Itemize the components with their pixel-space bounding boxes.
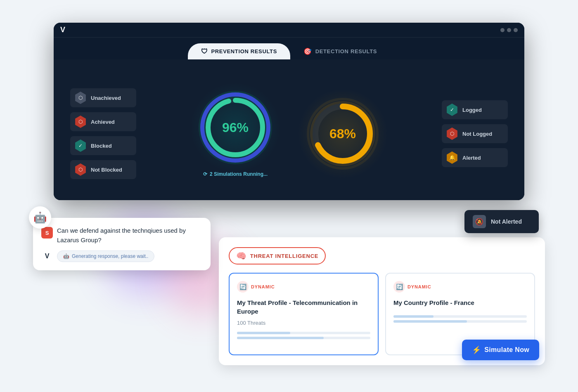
- simulate-now-label: Simulate Now: [484, 346, 529, 354]
- prevention-legend: ⬡ Unachieved ⬡ Achieved ✓ Blocked: [70, 88, 136, 179]
- logged-icon: ✓: [446, 104, 458, 116]
- tab-detection[interactable]: 🎯 DETECTION RESULTS: [290, 43, 390, 59]
- achieved-label: Achieved: [91, 119, 115, 125]
- chat-avatar: S: [41, 227, 53, 239]
- generating-icon: 🤖: [63, 253, 69, 259]
- bolt-icon: ⚡: [472, 345, 481, 354]
- alerted-icon: 🔔: [446, 151, 458, 164]
- legend-blocked: ✓ Blocked: [70, 136, 136, 155]
- chat-bot-icon: 🤖: [33, 211, 47, 224]
- not-blocked-icon: ⬡: [74, 163, 87, 176]
- dynamic-label-1: DYNAMIC: [251, 284, 275, 289]
- legend-unachieved: ⬡ Unachieved: [70, 88, 136, 107]
- chat-response-row: V 🤖 Generating response, please wait..: [41, 250, 202, 262]
- unachieved-label: Unachieved: [91, 95, 121, 101]
- chat-bot-wrapper: 🤖: [29, 206, 51, 229]
- card-bar-fill-2: [393, 315, 434, 318]
- card-title-1: My Threat Profile - Telecommunication in…: [237, 298, 370, 316]
- app-logo: V: [60, 26, 65, 34]
- not-logged-icon: ⬡: [446, 128, 458, 140]
- prevention-chart-wrapper: 96% ⟳ 2 Simulations Running...: [198, 90, 272, 177]
- dynamic-badge-2: 🔄 DYNAMIC: [393, 281, 527, 293]
- not-blocked-label: Not Blocked: [91, 167, 122, 173]
- detection-icon: 🎯: [303, 47, 312, 55]
- window-titlebar: V: [54, 23, 524, 38]
- achieved-icon: ⬡: [74, 116, 87, 128]
- tabs-row: 🛡 PREVENTION RESULTS 🎯 DETECTION RESULTS: [54, 38, 524, 59]
- detection-legend: ✓ Logged ⬡ Not Logged 🔔 Alerted: [442, 100, 508, 167]
- detection-chart-wrapper: 68%: [306, 97, 380, 171]
- card-subtitle-1: 100 Threats: [237, 320, 370, 326]
- brain-icon: 🧠: [236, 251, 247, 261]
- chat-bubble: 🤖 S Can we defend against the technqiues…: [33, 218, 211, 270]
- prevention-chart: 96%: [198, 90, 272, 165]
- logged-label: Logged: [462, 107, 482, 113]
- dynamic-badge-1: 🔄 DYNAMIC: [237, 281, 370, 293]
- blocked-label: Blocked: [91, 143, 112, 149]
- legend-achieved: ⬡ Achieved: [70, 112, 136, 131]
- card-title-2: My Country Profile - France: [393, 298, 527, 307]
- threat-header: 🧠 THREAT INTELLIGENCE: [229, 247, 535, 264]
- legend-not-logged: ⬡ Not Logged: [442, 124, 508, 143]
- card-bar-2: [393, 315, 527, 318]
- window-dot-3: [514, 28, 518, 32]
- tab-prevention[interactable]: 🛡 PREVENTION RESULTS: [188, 43, 290, 59]
- card-bar-fill-2b: [393, 320, 467, 323]
- window-dot-1: [500, 28, 505, 32]
- card-bar-2b: [393, 320, 527, 323]
- card-bar-1b: [237, 337, 370, 339]
- not-alerted-label: Not Alerted: [491, 218, 522, 225]
- simulations-icon: ⟳: [203, 171, 207, 177]
- card-bar-fill-1b: [237, 337, 324, 339]
- threat-header-pill: 🧠 THREAT INTELLIGENCE: [229, 247, 326, 264]
- chat-question: S Can we defend against the technqiues u…: [41, 226, 202, 245]
- generating-text: Generating response, please wait..: [72, 253, 148, 259]
- dynamic-icon-1: 🔄: [237, 281, 249, 293]
- chat-logo: V: [41, 250, 53, 262]
- card-bar-1: [237, 332, 370, 334]
- card-bar-fill-1: [237, 332, 290, 334]
- alerted-label: Alerted: [462, 155, 481, 161]
- dynamic-icon-2: 🔄: [393, 281, 405, 293]
- legend-alerted: 🔔 Alerted: [442, 148, 508, 167]
- chat-text: Can we defend against the technqiues use…: [57, 226, 202, 245]
- dashboard-content: ⬡ Unachieved ⬡ Achieved ✓ Blocked: [54, 59, 524, 200]
- generating-pill: 🤖 Generating response, please wait..: [57, 250, 154, 262]
- not-alerted-popup: 🔕 Not Alerted: [464, 210, 539, 233]
- window-dot-2: [507, 28, 511, 32]
- threat-header-label: THREAT INTELLIGENCE: [250, 253, 319, 259]
- dashboard-window: V 🛡 PREVENTION RESULTS 🎯 DETECTION RESUL…: [54, 23, 524, 200]
- prevention-icon: 🛡: [201, 48, 208, 55]
- not-alerted-icon: 🔕: [473, 215, 486, 228]
- dynamic-label-2: DYNAMIC: [407, 284, 431, 289]
- charts-area: 96% ⟳ 2 Simulations Running...: [136, 90, 442, 177]
- simulate-now-button[interactable]: ⚡ Simulate Now: [462, 340, 539, 360]
- legend-logged: ✓ Logged: [442, 100, 508, 119]
- window-controls: [500, 28, 518, 32]
- blocked-icon: ✓: [74, 139, 87, 152]
- tab-detection-label: DETECTION RESULTS: [315, 48, 377, 54]
- tab-prevention-label: PREVENTION RESULTS: [211, 48, 277, 54]
- unachieved-icon: ⬡: [74, 92, 87, 104]
- not-logged-label: Not Logged: [462, 131, 492, 137]
- threat-card-1[interactable]: 🔄 DYNAMIC My Threat Profile - Telecommun…: [229, 273, 379, 355]
- legend-not-blocked: ⬡ Not Blocked: [70, 160, 136, 179]
- detection-chart: 68%: [306, 97, 380, 171]
- prevention-value: 96%: [222, 120, 249, 135]
- detection-value: 68%: [329, 126, 356, 142]
- chat-content: S Can we defend against the technqiues u…: [41, 226, 202, 262]
